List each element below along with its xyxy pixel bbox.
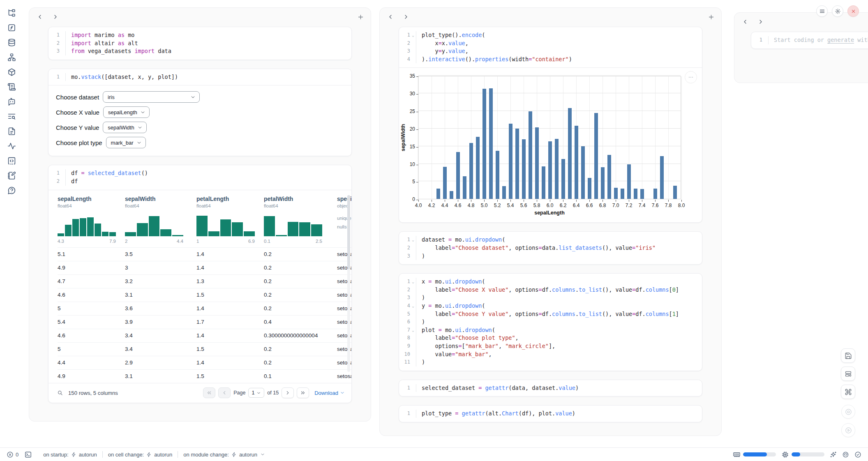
- prev-page-button[interactable]: [218, 387, 231, 398]
- stop-button[interactable]: [841, 405, 855, 419]
- dropdown-select[interactable]: iris: [103, 91, 200, 103]
- code-editor[interactable]: 1⌄x = mo.ui.dropdown(2 label="Choose X v…: [399, 274, 702, 371]
- dropdown-label: Choose Y value: [56, 124, 99, 131]
- cell-plot-type: 1plot_type = getattr(alt.Chart(df), plot…: [399, 405, 702, 422]
- cell-dataset-dropdown: 1⌄dataset = mo.ui.dropdown(2 label="Choo…: [399, 231, 702, 265]
- first-page-button[interactable]: [203, 387, 215, 398]
- snippets-icon[interactable]: [7, 157, 16, 165]
- side-toolbar: [841, 348, 855, 399]
- dependencies-icon[interactable]: [7, 53, 16, 62]
- save-button[interactable]: [841, 348, 855, 363]
- last-page-button[interactable]: [297, 387, 309, 398]
- memory-usage: [733, 451, 776, 459]
- chevron-right-icon[interactable]: [403, 14, 409, 20]
- add-cell-button[interactable]: [708, 14, 715, 21]
- code-editor[interactable]: 1df = selected_dataset()2df: [48, 165, 351, 189]
- logs-icon[interactable]: [7, 83, 16, 91]
- notebook-column-middle: 1⌄plot_type().encode(2 x=x.value,3 y=y.v…: [379, 7, 722, 436]
- row-count-label: 150 rows, 5 columns: [68, 390, 118, 396]
- chevron-left-icon[interactable]: [37, 14, 43, 20]
- column-histogram: [58, 213, 116, 236]
- runtime-config-1[interactable]: on cell change:autorun: [103, 452, 178, 458]
- table-scrollbar[interactable]: [347, 195, 350, 372]
- table-row: 5.43.91.70.4setosa: [58, 315, 351, 329]
- table-row: 4.73.21.30.2setosa: [58, 274, 351, 288]
- chevron-left-icon: [222, 390, 227, 396]
- help-icon[interactable]: [7, 186, 16, 195]
- keyboard-shortcuts-button[interactable]: [841, 385, 855, 399]
- table-row: 4.63.11.50.2setosa: [58, 288, 351, 302]
- marimo-app: 1import marimo as mo2import altair as al…: [0, 0, 868, 461]
- column-histogram: [264, 213, 322, 236]
- outline-icon[interactable]: [7, 112, 16, 121]
- terminal-button[interactable]: [24, 451, 32, 459]
- chart-actions-button[interactable]: [685, 71, 697, 83]
- chevron-left-icon[interactable]: [742, 18, 748, 25]
- code-editor[interactable]: 1mo.vstack([dataset, x, y, plot]): [48, 69, 351, 85]
- runtime-config-0[interactable]: on startup:autorun: [38, 452, 102, 458]
- settings-button[interactable]: [832, 5, 843, 17]
- run-controls: [841, 405, 855, 437]
- page-select[interactable]: 1: [248, 388, 264, 398]
- code-editor[interactable]: 1⌄plot_type().encode(2 x=x.value,3 y=y.v…: [399, 27, 702, 67]
- download-button[interactable]: Download: [314, 390, 345, 396]
- dropdown-label: Choose plot type: [56, 139, 102, 146]
- column-header-sepalLength[interactable]: sepalLengthfloat644.37.9: [58, 196, 125, 247]
- line-number: 1: [751, 36, 762, 44]
- variables-icon[interactable]: [7, 23, 16, 32]
- table-row: 4.93.11.50.1setosa: [58, 369, 351, 383]
- code-editor[interactable]: 1selected_dataset = getattr(data, datase…: [399, 380, 702, 396]
- chart-plot[interactable]: 4.04.24.44.64.85.05.25.45.65.86.06.26.46…: [418, 76, 681, 199]
- code-editor[interactable]: 1import marimo as mo2import altair as al…: [48, 27, 351, 60]
- copilot-button[interactable]: [842, 451, 849, 458]
- menu-button[interactable]: [816, 5, 828, 17]
- dropdown-select[interactable]: sepalWidth: [103, 122, 146, 133]
- chevron-right-icon[interactable]: [757, 18, 764, 25]
- table-row: 4.42.91.40.2setosa: [58, 356, 351, 369]
- dropdown-select[interactable]: mark_bar: [106, 137, 146, 148]
- run-button[interactable]: [841, 423, 855, 437]
- generate-link[interactable]: generate: [827, 37, 854, 43]
- chevron-down-icon: [137, 125, 143, 130]
- search-icon[interactable]: [57, 390, 63, 396]
- cell-chart: 1⌄plot_type().encode(2 x=x.value,3 y=y.v…: [399, 27, 702, 223]
- code-editor[interactable]: 1 Start coding or generate with AI: [751, 32, 868, 48]
- close-app-button[interactable]: [847, 5, 859, 17]
- chevron-left-icon[interactable]: [387, 14, 394, 20]
- chevron-down-icon: [256, 391, 261, 395]
- data-sources-icon[interactable]: [7, 38, 16, 47]
- column-header-petalLength[interactable]: petalLengthfloat6416.9: [196, 196, 264, 247]
- scratchpad-icon[interactable]: [7, 171, 16, 180]
- layout-button[interactable]: [841, 366, 855, 381]
- cell-vstack: 1mo.vstack([dataset, x, y, plot]) Choose…: [48, 69, 352, 157]
- connection-status-icon[interactable]: [854, 451, 861, 458]
- cell-empty: 1 Start coding or generate with AI: [751, 32, 868, 49]
- errors-indicator[interactable]: 0: [7, 451, 18, 458]
- file-explorer-icon[interactable]: [7, 9, 16, 17]
- code-editor[interactable]: 1⌄dataset = mo.ui.dropdown(2 label="Choo…: [399, 232, 702, 264]
- next-page-button[interactable]: [282, 387, 294, 398]
- table-row: 4.63.41.40.3000000000000004setosa: [58, 329, 351, 342]
- column-header-petalWidth[interactable]: petalWidthfloat640.12.5: [264, 196, 337, 247]
- column-histogram: [125, 213, 183, 236]
- table-row: 53.61.40.2setosa: [58, 302, 351, 315]
- ai-sparkles-button[interactable]: [830, 451, 837, 458]
- zap-icon: [231, 452, 237, 457]
- dropdown-select[interactable]: sepalLength: [103, 106, 150, 118]
- ai-chat-icon[interactable]: [7, 97, 16, 106]
- page-label: Page: [233, 390, 245, 396]
- chevrons-right-icon: [300, 390, 306, 396]
- chevron-right-icon[interactable]: [52, 14, 59, 20]
- dropdown-label: Choose dataset: [56, 94, 99, 101]
- column-header-sepalWidth[interactable]: sepalWidthfloat6424.4: [125, 196, 196, 247]
- cpu-usage: [781, 451, 824, 459]
- add-cell-button[interactable]: [357, 14, 364, 21]
- code-editor[interactable]: 1plot_type = getattr(alt.Chart(df), plot…: [399, 406, 702, 422]
- documentation-icon[interactable]: [7, 127, 16, 136]
- chevron-right-icon: [285, 390, 291, 396]
- packages-icon[interactable]: [7, 68, 16, 76]
- table-body: 5.13.51.40.2setosa4.931.40.2setosa4.73.2…: [58, 247, 351, 383]
- tracing-icon[interactable]: [7, 142, 16, 150]
- runtime-config-2[interactable]: on module change:autorun: [178, 452, 270, 458]
- terminal-icon: [24, 451, 32, 459]
